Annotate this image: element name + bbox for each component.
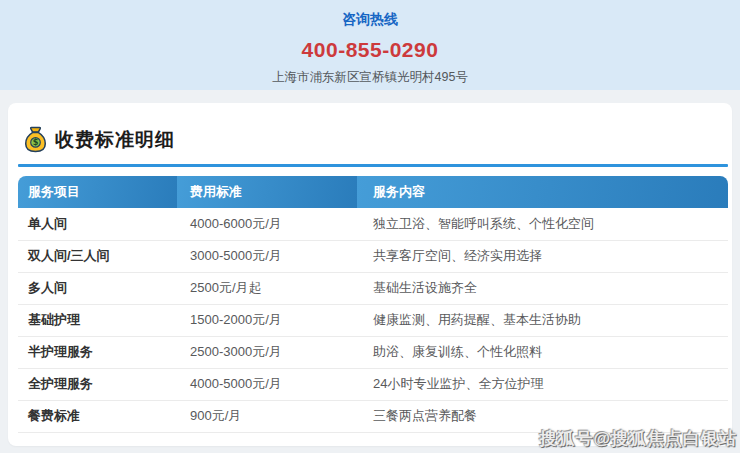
service-item-cell: 基础护理 [18, 304, 177, 336]
section-title-row: $ 收费标准明细 [18, 103, 728, 153]
fee-standard-cell: 1500-2000元/月 [177, 304, 357, 336]
contact-banner: 咨询热线 400-855-0290 上海市浦东新区宣桥镇光明村495号 [0, 0, 740, 90]
money-bag-icon: $ [24, 126, 47, 153]
fee-table: 服务项目 费用标准 服务内容 单人间 4000-6000元/月 独立卫浴、智能呼… [18, 176, 728, 433]
column-header-service-item: 服务项目 [18, 176, 177, 208]
table-row: 双人间/三人间 3000-5000元/月 共享客厅空间、经济实用选择 [18, 240, 728, 272]
table-row: 全护理服务 4000-5000元/月 24小时专业监护、全方位护理 [18, 368, 728, 400]
fee-standard-cell: 2500元/月起 [177, 272, 357, 304]
service-item-cell: 单人间 [18, 208, 177, 240]
column-header-fee-standard: 费用标准 [177, 176, 357, 208]
column-header-service-content: 服务内容 [357, 176, 728, 208]
service-content-cell: 基础生活设施齐全 [357, 272, 728, 304]
fee-standard-cell: 900元/月 [177, 400, 357, 432]
service-item-cell: 餐费标准 [18, 400, 177, 432]
fee-table-body: 单人间 4000-6000元/月 独立卫浴、智能呼叫系统、个性化空间 双人间/三… [18, 208, 728, 432]
service-item-cell: 多人间 [18, 272, 177, 304]
fee-standard-cell: 3000-5000元/月 [177, 240, 357, 272]
service-content-cell: 共享客厅空间、经济实用选择 [357, 240, 728, 272]
address-text: 上海市浦东新区宣桥镇光明村495号 [0, 69, 740, 86]
table-row: 多人间 2500元/月起 基础生活设施齐全 [18, 272, 728, 304]
svg-text:$: $ [33, 137, 39, 147]
service-item-cell: 全护理服务 [18, 368, 177, 400]
section-title: 收费标准明细 [55, 127, 175, 153]
table-row: 单人间 4000-6000元/月 独立卫浴、智能呼叫系统、个性化空间 [18, 208, 728, 240]
phone-number: 400-855-0290 [0, 38, 740, 62]
service-content-cell: 助浴、康复训练、个性化照料 [357, 336, 728, 368]
service-content-cell: 24小时专业监护、全方位护理 [357, 368, 728, 400]
fee-standard-cell: 2500-3000元/月 [177, 336, 357, 368]
service-content-cell: 独立卫浴、智能呼叫系统、个性化空间 [357, 208, 728, 240]
title-underline [18, 164, 728, 167]
hotline-label: 咨询热线 [0, 11, 740, 29]
fee-standard-cell: 4000-5000元/月 [177, 368, 357, 400]
fee-standard-card: $ 收费标准明细 服务项目 费用标准 服务内容 单人间 4000-6000元/月… [8, 103, 732, 446]
table-row: 基础护理 1500-2000元/月 健康监测、用药提醒、基本生活协助 [18, 304, 728, 336]
service-content-cell: 健康监测、用药提醒、基本生活协助 [357, 304, 728, 336]
service-item-cell: 双人间/三人间 [18, 240, 177, 272]
fee-table-header: 服务项目 费用标准 服务内容 [18, 176, 728, 208]
service-item-cell: 半护理服务 [18, 336, 177, 368]
table-row: 半护理服务 2500-3000元/月 助浴、康复训练、个性化照料 [18, 336, 728, 368]
fee-standard-cell: 4000-6000元/月 [177, 208, 357, 240]
sohu-watermark: 搜狐号@搜狐焦点白银站 [539, 427, 737, 450]
